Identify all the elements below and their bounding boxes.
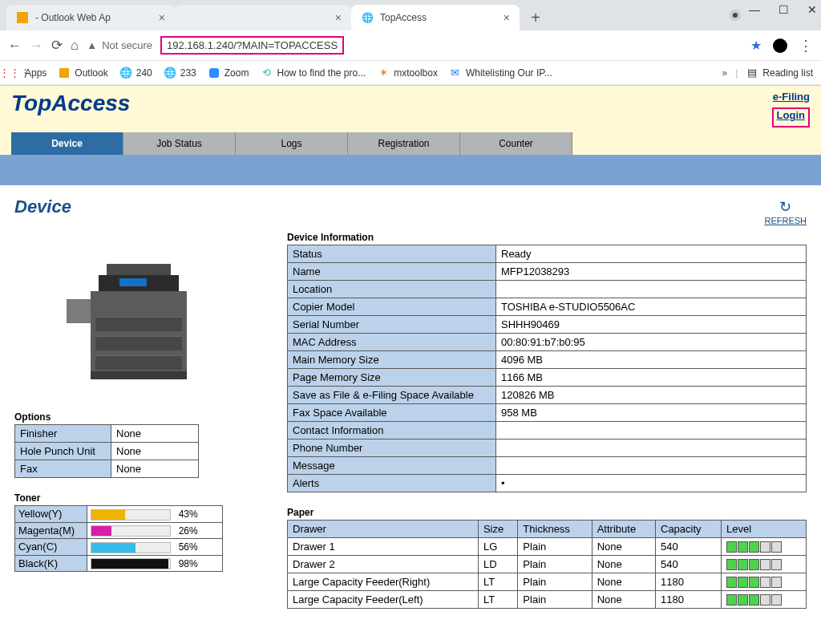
level-cell [738, 577, 748, 588]
maximize-icon[interactable]: ☐ [778, 3, 789, 16]
bookmark-zoom[interactable]: Zoom [208, 67, 249, 79]
bookmark-233[interactable]: 🌐 233 [164, 67, 196, 79]
reading-list-button[interactable]: ▤ Reading list [746, 67, 813, 79]
bookmark-label: 233 [180, 67, 196, 79]
mxtoolbox-icon: ✶ [377, 67, 390, 79]
tab-close-icon[interactable]: × [159, 11, 165, 24]
reading-list-label: Reading list [762, 67, 813, 79]
paper-level-cell [722, 556, 807, 573]
bookmark-outlook[interactable]: Outlook [58, 67, 107, 79]
bookmark-howto[interactable]: ⟲ How to find the pro... [260, 67, 366, 79]
info-value [496, 281, 807, 298]
tab-close-icon[interactable]: × [504, 11, 510, 24]
home-icon[interactable]: ⌂ [71, 38, 79, 54]
info-value: • [496, 475, 807, 492]
new-tab-button[interactable]: + [524, 6, 547, 29]
device-info-row: Copier Model TOSHIBA e-STUDIO5506AC [288, 298, 807, 316]
apps-label: Apps [25, 67, 47, 79]
toner-bar-cell: 43% [87, 506, 223, 523]
mail-icon: ✉ [449, 67, 462, 79]
efiling-link[interactable]: e-Filing [772, 91, 810, 103]
back-icon[interactable]: ← [8, 38, 22, 54]
link-icon: ⟲ [260, 67, 273, 79]
info-label: Phone Number [288, 439, 496, 457]
paper-row: Large Capacity Feeder(Left) LT Plain Non… [288, 591, 807, 609]
url-field[interactable]: 192.168.1.240/?MAIN=TOPACCESS [160, 36, 344, 55]
bookmark-label: Whitelisting Our IP... [466, 67, 552, 79]
apps-button[interactable]: ⋮⋮⋮ Apps [8, 67, 47, 79]
tab-registration[interactable]: Registration [348, 132, 460, 155]
zoom-icon [208, 67, 220, 79]
topaccess-header: TopAccess e-Filing Login Device Job Stat… [0, 86, 821, 155]
account-avatar-icon[interactable] [773, 38, 787, 53]
toner-bar-cell: 98% [87, 555, 223, 572]
toner-row: Black(K) 98% [15, 555, 223, 572]
tab-counter[interactable]: Counter [460, 132, 572, 155]
device-info-row: MAC Address 00:80:91:b7:b0:95 [288, 334, 807, 351]
content-area: ↻ REFRESH Device Options Finisher NoneHo… [0, 185, 821, 625]
overflow-chevron-icon[interactable]: » [722, 67, 727, 79]
level-cell [760, 541, 770, 553]
level-cell [726, 559, 737, 570]
toner-table: Yellow(Y) 43% Magenta(M) 26% Cyan(C) 56%… [14, 505, 223, 572]
option-label: Fax [15, 460, 111, 478]
browser-chrome: - Outlook Web Ap × × 🌐 TopAccess × + — ☐… [0, 0, 821, 86]
device-info-row: Message [288, 457, 807, 475]
info-value [496, 422, 807, 439]
paper-header: Level [722, 520, 807, 538]
paper-drawer: Drawer 2 [288, 556, 479, 573]
info-label: Contact Information [288, 422, 496, 439]
bookmark-240[interactable]: 🌐 240 [119, 67, 152, 79]
tab-device[interactable]: Device [11, 132, 123, 155]
toner-bar [91, 542, 171, 553]
info-label: Serial Number [288, 316, 496, 334]
paper-thickness: Plain [518, 573, 592, 591]
profile-indicator-icon[interactable] [730, 10, 741, 21]
browser-tab-outlook[interactable]: - Outlook Web Ap × [6, 5, 175, 30]
toner-row: Magenta(M) 26% [15, 522, 223, 539]
info-label: MAC Address [288, 334, 496, 351]
device-info-table: Status ReadyName MFP12038293Location Cop… [287, 245, 807, 492]
minimize-icon[interactable]: — [749, 3, 760, 16]
browser-tab-blank[interactable]: × [175, 5, 351, 30]
globe-icon: 🌐 [119, 67, 132, 79]
tab-job-status[interactable]: Job Status [123, 132, 236, 155]
toner-percent: 98% [179, 558, 198, 569]
device-info-row: Alerts • [288, 475, 807, 492]
level-cell [738, 541, 748, 553]
option-label: Hole Punch Unit [15, 443, 111, 460]
outlook-icon [58, 67, 71, 79]
logo: TopAccess [11, 91, 130, 116]
paper-capacity: 1180 [656, 573, 722, 591]
toner-percent: 43% [179, 508, 198, 520]
paper-level [726, 559, 801, 570]
bookmark-whitelist[interactable]: ✉ Whitelisting Our IP... [449, 67, 552, 79]
tab-logs[interactable]: Logs [236, 132, 348, 155]
info-value [496, 457, 807, 475]
options-row: Fax None [15, 460, 199, 478]
close-window-icon[interactable]: ✕ [807, 3, 818, 16]
refresh-button[interactable]: ↻ REFRESH [764, 198, 807, 225]
paper-capacity: 540 [656, 556, 722, 573]
reload-icon[interactable]: ⟳ [51, 37, 63, 54]
globe-icon: 🌐 [164, 67, 176, 79]
bookmark-mxtoolbox[interactable]: ✶ mxtoolbox [377, 67, 438, 79]
refresh-label: REFRESH [764, 216, 807, 225]
bookmark-star-icon[interactable]: ★ [750, 38, 762, 53]
not-secure-badge[interactable]: ▲ Not secure [87, 39, 152, 51]
tab-close-icon[interactable]: × [335, 11, 342, 24]
paper-row: Large Capacity Feeder(Right) LT Plain No… [288, 573, 807, 591]
level-cell [749, 594, 759, 606]
device-info-row: Status Ready [288, 245, 807, 263]
toner-percent: 56% [179, 541, 198, 553]
device-info-row: Name MFP12038293 [288, 263, 807, 281]
browser-tab-topaccess[interactable]: 🌐 TopAccess × [351, 5, 520, 30]
toner-title: Toner [14, 492, 255, 504]
toner-name: Magenta(M) [15, 522, 87, 539]
right-column: Device Information Status ReadyName MFP1… [287, 227, 807, 609]
info-label: Save as File & e-Filing Space Available [288, 387, 496, 404]
forward-icon[interactable]: → [30, 38, 43, 54]
info-label: Copier Model [288, 298, 496, 316]
login-link[interactable]: Login [777, 109, 805, 121]
option-value: None [111, 425, 199, 443]
